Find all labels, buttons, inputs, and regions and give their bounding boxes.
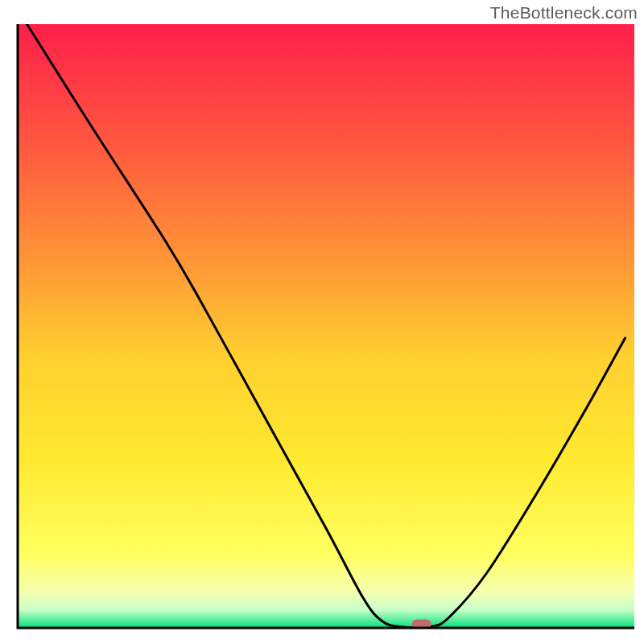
- gradient-background: [18, 24, 634, 628]
- plot-area: [18, 24, 634, 630]
- bottleneck-chart: [0, 0, 644, 644]
- watermark-text: TheBottleneck.com: [490, 3, 638, 23]
- chart-container: TheBottleneck.com: [0, 0, 644, 644]
